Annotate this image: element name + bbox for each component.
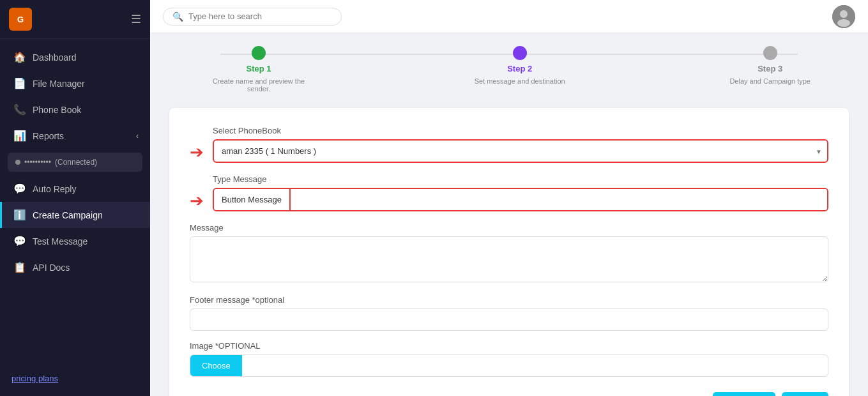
phone-book-icon: 📞	[13, 103, 26, 116]
step-2-label: Step 2	[507, 64, 532, 73]
search-input[interactable]	[188, 11, 332, 21]
form-card: ➔ Select PhoneBook aman 2335 ( 1 Numbers…	[169, 108, 849, 396]
message-label: Message	[190, 223, 828, 232]
next-button[interactable]: Next	[782, 392, 828, 396]
sidebar-bottom: pricing plans	[0, 367, 150, 396]
search-box[interactable]: 🔍	[163, 8, 342, 26]
main-content: 🔍 Step 1 Create name and preview the sen…	[150, 0, 868, 396]
sidebar-item-label: API Docs	[33, 263, 70, 273]
image-label: Image *OPTIONAL	[190, 341, 828, 351]
api-docs-icon: 📋	[13, 261, 26, 273]
previous-button[interactable]: Previous	[713, 392, 775, 396]
sidebar-item-reports[interactable]: 📊 Reports ‹	[0, 123, 150, 149]
file-manager-icon: 📄	[13, 77, 26, 89]
connected-badge: •••••••••• (Connected)	[8, 153, 142, 172]
sidebar-item-auto-reply[interactable]: 💬 Auto Reply	[0, 176, 150, 202]
type-message-row: ➔ Type Message Button Message	[190, 174, 828, 211]
sidebar-item-dashboard[interactable]: 🏠 Dashboard	[0, 44, 150, 70]
svg-point-1	[840, 10, 848, 18]
phonebook-group: Select PhoneBook aman 2335 ( 1 Numbers )	[213, 126, 828, 163]
svg-point-2	[837, 19, 850, 27]
sidebar-header: G ☰	[0, 0, 150, 39]
sidebar-item-file-manager[interactable]: 📄 File Manager	[0, 70, 150, 96]
phonebook-row: ➔ Select PhoneBook aman 2335 ( 1 Numbers…	[190, 126, 828, 163]
message-row: Message	[190, 223, 828, 285]
type-message-input-wrapper: Button Message	[213, 188, 828, 211]
type-message-label: Type Message	[213, 174, 828, 184]
sidebar-nav: 🏠 Dashboard 📄 File Manager 📞 Phone Book …	[0, 39, 150, 367]
step-3: Step 3 Delay and Campaign type	[729, 46, 811, 85]
logo-text: G	[17, 15, 24, 24]
create-campaign-icon: ℹ️	[13, 209, 26, 221]
type-message-input[interactable]	[291, 189, 827, 210]
sidebar-item-label: Dashboard	[33, 52, 77, 63]
phonebook-select[interactable]: aman 2335 ( 1 Numbers )	[213, 139, 828, 163]
dashboard-icon: 🏠	[13, 51, 26, 63]
step-2-desc: Set message and destination	[475, 77, 565, 85]
step-1-label: Step 1	[246, 64, 271, 73]
step-3-label: Step 3	[758, 64, 782, 73]
search-icon: 🔍	[172, 11, 183, 22]
sidebar-item-label: Create Campaign	[33, 210, 103, 220]
form-actions: Previous Next	[190, 392, 828, 396]
step-1-dot	[252, 46, 266, 60]
step-3-desc: Delay and Campaign type	[729, 77, 811, 85]
sidebar-item-label: File Manager	[33, 79, 85, 89]
sidebar-item-label: Reports	[33, 131, 64, 141]
sidebar-item-create-campaign[interactable]: ℹ️ Create Campaign	[0, 202, 150, 228]
content-area: Step 1 Create name and preview the sende…	[150, 33, 868, 396]
connected-dot	[15, 160, 20, 165]
app-logo: G	[9, 8, 32, 31]
phonebook-arrow-icon: ➔	[190, 142, 204, 162]
auto-reply-icon: 💬	[13, 183, 26, 195]
step-1-desc: Create name and preview the sender.	[208, 77, 310, 93]
phonebook-select-wrapper: aman 2335 ( 1 Numbers )	[213, 139, 828, 163]
sidebar-item-label: Auto Reply	[33, 184, 76, 194]
reports-arrow-icon: ‹	[136, 132, 139, 141]
sidebar-item-label: Phone Book	[33, 105, 81, 115]
phonebook-label: Select PhoneBook	[213, 126, 828, 135]
sidebar-item-phone-book[interactable]: 📞 Phone Book	[0, 96, 150, 123]
reports-icon: 📊	[13, 130, 26, 142]
connected-number: ••••••••••	[24, 158, 51, 167]
image-upload-wrapper: Choose	[190, 354, 828, 377]
footer-label: Footer message *optional	[190, 295, 828, 305]
connected-label: (Connected)	[55, 158, 97, 167]
stepper: Step 1 Create name and preview the sende…	[169, 46, 849, 93]
sidebar: G ☰ 🏠 Dashboard 📄 File Manager 📞 Phone B…	[0, 0, 150, 396]
pricing-plans-link[interactable]: pricing plans	[0, 367, 150, 390]
sidebar-item-label: Test Message	[33, 236, 88, 247]
hamburger-menu[interactable]: ☰	[131, 12, 141, 26]
type-message-value: Button Message	[214, 189, 291, 210]
test-message-icon: 💬	[13, 235, 26, 247]
sidebar-item-api-docs[interactable]: 📋 API Docs	[0, 254, 150, 280]
image-row: Image *OPTIONAL Choose	[190, 341, 828, 377]
avatar[interactable]	[832, 5, 855, 28]
message-textarea[interactable]	[190, 236, 828, 282]
choose-button[interactable]: Choose	[190, 355, 242, 376]
topbar: 🔍	[150, 0, 868, 33]
footer-row: Footer message *optional	[190, 295, 828, 331]
step-2: Step 2 Set message and destination	[475, 46, 565, 85]
step-2-dot	[513, 46, 527, 60]
step-3-dot	[763, 46, 777, 60]
type-message-group: Type Message Button Message	[213, 174, 828, 211]
type-message-arrow-icon: ➔	[190, 191, 204, 211]
sidebar-item-test-message[interactable]: 💬 Test Message	[0, 228, 150, 254]
step-1: Step 1 Create name and preview the sende…	[208, 46, 310, 93]
footer-input[interactable]	[190, 308, 828, 331]
